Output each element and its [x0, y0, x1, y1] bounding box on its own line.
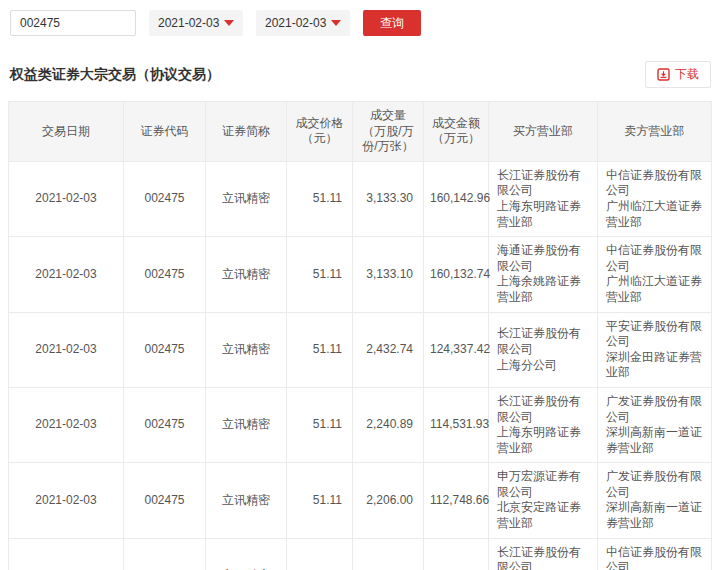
seller-branch: 中信证券股份有限公司 广州临江大道证券营业部	[598, 538, 712, 570]
download-icon	[657, 68, 670, 81]
buyer-branch: 海通证券股份有限公司 上海余姚路证券营业部	[489, 237, 598, 312]
trade-volume: 3,133.30	[353, 161, 424, 236]
trade-date: 2021-02-03	[9, 463, 124, 538]
table-row: 2021-02-03 002475 立讯精密 51.11 2,240.89 11…	[9, 387, 712, 462]
trade-price: 51.11	[287, 237, 353, 312]
download-button[interactable]: 下载	[645, 61, 711, 88]
trade-amount: 124,337.42	[424, 312, 489, 387]
seller-branch: 中信证券股份有限公司 广州临江大道证券营业部	[598, 237, 712, 312]
col-header-price: 成交价格 （元）	[287, 102, 353, 162]
page-title: 权益类证券大宗交易（协议交易）	[10, 66, 220, 84]
trade-volume: 2,206.00	[353, 463, 424, 538]
col-header-name: 证券简称	[206, 102, 287, 162]
table-row: 2021-02-03 002475 立讯精密 51.11 2,206.00 11…	[9, 463, 712, 538]
buyer-branch: 长江证券股份有限公司 上海东明路证券营业部	[489, 161, 598, 236]
stock-code-input[interactable]	[10, 10, 136, 36]
trade-price: 51.11	[287, 161, 353, 236]
trade-date: 2021-02-03	[9, 312, 124, 387]
chevron-down-icon	[331, 20, 341, 26]
trade-amount: 114,531.93	[424, 387, 489, 462]
security-code: 002475	[124, 538, 206, 570]
security-name: 立讯精密	[206, 463, 287, 538]
trade-amount: 160,132.74	[424, 237, 489, 312]
table-row: 2021-02-03 002475 立讯精密 51.11 718.15 36,7…	[9, 538, 712, 570]
date-from-value: 2021-02-03	[158, 16, 219, 30]
trade-volume: 2,432.74	[353, 312, 424, 387]
buyer-branch: 申万宏源证券有限公司 北京安定路证券营业部	[489, 463, 598, 538]
col-header-seller: 卖方营业部	[598, 102, 712, 162]
table-row: 2021-02-03 002475 立讯精密 51.11 3,133.30 16…	[9, 161, 712, 236]
trade-price: 51.11	[287, 387, 353, 462]
trade-volume: 3,133.10	[353, 237, 424, 312]
table-row: 2021-02-03 002475 立讯精密 51.11 3,133.10 16…	[9, 237, 712, 312]
security-name: 立讯精密	[206, 161, 287, 236]
buyer-branch: 长江证券股份有限公司 上海分公司	[489, 312, 598, 387]
trade-amount: 112,748.66	[424, 463, 489, 538]
security-code: 002475	[124, 463, 206, 538]
section-header: 权益类证券大宗交易（协议交易） 下载	[10, 61, 711, 88]
trade-date: 2021-02-03	[9, 237, 124, 312]
date-to-value: 2021-02-03	[265, 16, 326, 30]
date-from-dropdown[interactable]: 2021-02-03	[149, 10, 243, 36]
date-to-dropdown[interactable]: 2021-02-03	[256, 10, 350, 36]
security-code: 002475	[124, 387, 206, 462]
trade-amount: 160,142.96	[424, 161, 489, 236]
query-button[interactable]: 查询	[363, 10, 421, 36]
security-name: 立讯精密	[206, 237, 287, 312]
trade-volume: 718.15	[353, 538, 424, 570]
block-trades-table: 交易日期 证券代码 证券简称 成交价格 （元） 成交量 （万股/万份/万张） 成…	[8, 101, 712, 570]
download-label: 下载	[675, 66, 699, 83]
trade-date: 2021-02-03	[9, 387, 124, 462]
filter-toolbar: 2021-02-03 2021-02-03 查询	[0, 0, 719, 36]
chevron-down-icon	[224, 20, 234, 26]
trade-volume: 2,240.89	[353, 387, 424, 462]
trade-price: 51.11	[287, 312, 353, 387]
seller-branch: 广发证券股份有限公司 深圳高新南一道证券营业部	[598, 387, 712, 462]
col-header-trade-date: 交易日期	[9, 102, 124, 162]
security-name: 立讯精密	[206, 538, 287, 570]
seller-branch: 广发证券股份有限公司 深圳高新南一道证券营业部	[598, 463, 712, 538]
security-code: 002475	[124, 161, 206, 236]
col-header-code: 证券代码	[124, 102, 206, 162]
col-header-buyer: 买方营业部	[489, 102, 598, 162]
security-name: 立讯精密	[206, 312, 287, 387]
trade-date: 2021-02-03	[9, 538, 124, 570]
col-header-volume: 成交量 （万股/万份/万张）	[353, 102, 424, 162]
seller-branch: 平安证券股份有限公司 深圳金田路证券营业部	[598, 312, 712, 387]
security-name: 立讯精密	[206, 387, 287, 462]
table-header-row: 交易日期 证券代码 证券简称 成交价格 （元） 成交量 （万股/万份/万张） 成…	[9, 102, 712, 162]
security-code: 002475	[124, 312, 206, 387]
seller-branch: 中信证券股份有限公司 广州临江大道证券营业部	[598, 161, 712, 236]
security-code: 002475	[124, 237, 206, 312]
col-header-amount: 成交金额 （万元）	[424, 102, 489, 162]
trade-price: 51.11	[287, 463, 353, 538]
trade-price: 51.11	[287, 538, 353, 570]
buyer-branch: 长江证券股份有限公司 上海东明路证券营业部	[489, 538, 598, 570]
trade-date: 2021-02-03	[9, 161, 124, 236]
table-row: 2021-02-03 002475 立讯精密 51.11 2,432.74 12…	[9, 312, 712, 387]
buyer-branch: 长江证券股份有限公司 上海东明路证券营业部	[489, 387, 598, 462]
trade-amount: 36,704.77	[424, 538, 489, 570]
